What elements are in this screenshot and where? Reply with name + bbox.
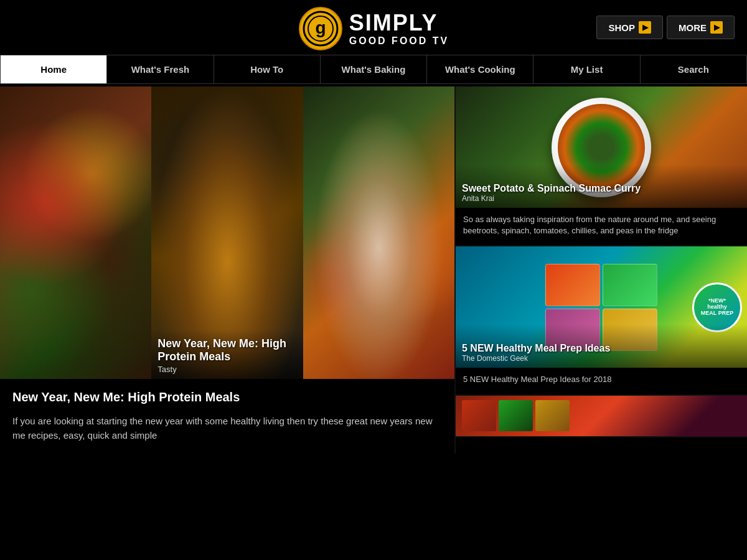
side-card-curry[interactable]: Sweet Potato & Spinach Sumac Curry Anita… bbox=[456, 86, 747, 246]
nav-home[interactable]: Home bbox=[1, 55, 107, 83]
mini-food-2 bbox=[499, 400, 533, 431]
mealprep-box-1 bbox=[545, 264, 600, 306]
logo-sub: GOOD FOOD TV bbox=[349, 35, 449, 47]
nav-bar: Home What's Fresh How To What's Baking W… bbox=[0, 55, 747, 84]
curry-overlay: Sweet Potato & Spinach Sumac Curry Anita… bbox=[456, 164, 747, 208]
nav-search[interactable]: Search bbox=[641, 55, 746, 83]
mealprep-desc: 5 NEW Healthy Meal Prep Ideas for 2018 bbox=[456, 368, 747, 394]
mini-food-1 bbox=[462, 400, 496, 431]
logo-text: SIMPLY GOOD FOOD TV bbox=[349, 11, 449, 46]
description-area: New Year, New Me: High Protein Meals If … bbox=[0, 379, 454, 454]
hero-image-1[interactable] bbox=[0, 86, 151, 379]
mealprep-overlay: 5 NEW Healthy Meal Prep Ideas The Domest… bbox=[456, 324, 747, 368]
hero-title-bold: Protein Meals bbox=[157, 350, 230, 363]
logo-icon: g bbox=[298, 6, 343, 51]
hero-img3-art bbox=[303, 86, 454, 379]
nav-my-list[interactable]: My List bbox=[533, 55, 640, 83]
more-arrow-icon: ▶ bbox=[710, 21, 723, 34]
curry-title: Sweet Potato & Spinach Sumac Curry bbox=[462, 183, 741, 194]
hero-image-2[interactable]: New Year, New Me: High Protein Meals Tas… bbox=[151, 86, 303, 379]
curry-desc: So as always taking inspiration from the… bbox=[456, 208, 747, 245]
bottom-card-image bbox=[456, 396, 747, 436]
hero-images[interactable]: New Year, New Me: High Protein Meals Tas… bbox=[0, 86, 454, 379]
site-header: g SIMPLY GOOD FOOD TV SHOP ▶ MORE ▶ bbox=[0, 0, 747, 55]
shop-arrow-icon: ▶ bbox=[639, 21, 651, 34]
left-panel: New Year, New Me: High Protein Meals Tas… bbox=[0, 86, 454, 454]
mealprep-channel: The Domestic Geek bbox=[462, 354, 741, 363]
badge-line3: MEAL PREP bbox=[701, 310, 733, 317]
side-card-mealprep[interactable]: *NEW* healthy MEAL PREP 5 NEW Healthy Me… bbox=[456, 246, 747, 395]
hero-title: New Year, New Me: High Protein Meals bbox=[157, 337, 296, 363]
main-content: New Year, New Me: High Protein Meals Tas… bbox=[0, 86, 747, 454]
card-image-curry: Sweet Potato & Spinach Sumac Curry Anita… bbox=[456, 86, 747, 208]
nav-whats-baking[interactable]: What's Baking bbox=[321, 55, 427, 83]
svg-text:g: g bbox=[315, 18, 326, 37]
card-image-mealprep: *NEW* healthy MEAL PREP 5 NEW Healthy Me… bbox=[456, 246, 747, 368]
hero-image-3[interactable] bbox=[303, 86, 454, 379]
desc-text: If you are looking at starting the new y… bbox=[12, 414, 442, 442]
side-card-bottom[interactable] bbox=[456, 396, 747, 437]
hero-img1-art bbox=[0, 86, 151, 379]
nav-whats-fresh[interactable]: What's Fresh bbox=[107, 55, 214, 83]
hero-title-plain: New Year, New Me: High bbox=[157, 337, 286, 350]
more-label: MORE bbox=[679, 22, 707, 33]
more-button[interactable]: MORE ▶ bbox=[667, 16, 735, 39]
hero-channel: Tasty bbox=[157, 365, 296, 374]
desc-title: New Year, New Me: High Protein Meals bbox=[12, 390, 442, 404]
mealprep-box-2 bbox=[603, 264, 657, 306]
header-buttons: SHOP ▶ MORE ▶ bbox=[596, 16, 735, 39]
right-panel: Sweet Potato & Spinach Sumac Curry Anita… bbox=[454, 86, 747, 454]
nav-how-to[interactable]: How To bbox=[214, 55, 321, 83]
nav-whats-cooking[interactable]: What's Cooking bbox=[427, 55, 533, 83]
mealprep-title: 5 NEW Healthy Meal Prep Ideas bbox=[462, 343, 741, 354]
shop-button[interactable]: SHOP ▶ bbox=[596, 16, 663, 39]
logo: g SIMPLY GOOD FOOD TV bbox=[298, 6, 449, 51]
logo-simply: SIMPLY bbox=[349, 11, 449, 35]
shop-label: SHOP bbox=[608, 22, 635, 33]
mini-food-3 bbox=[535, 400, 570, 431]
curry-channel: Anita Krai bbox=[462, 194, 741, 203]
hero-overlay: New Year, New Me: High Protein Meals Tas… bbox=[151, 330, 303, 379]
